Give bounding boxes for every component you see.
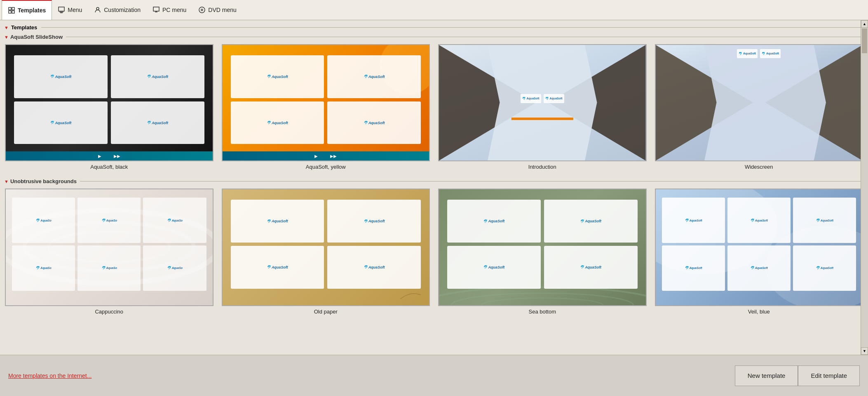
- svg-point-12: [201, 9, 203, 11]
- logo-box: AquaSo: [12, 245, 75, 291]
- logo-box: AquaSoft: [793, 245, 856, 291]
- thumb-oldpaper: AquaSoft AquaSoft AquaSoft AquaSoft: [222, 189, 430, 306]
- template-item-introduction[interactable]: 🐬 AquaSoft 🐬 AquaSoft Introduction: [438, 44, 647, 170]
- template-item-cappuccino[interactable]: AquaSo AquaSo AquaSo AquaSo AquaSo AquaS…: [5, 189, 213, 314]
- logo-box: AquaSoft: [327, 246, 421, 289]
- logo-box: AquaSoft: [14, 55, 108, 98]
- tab-customization[interactable]: Customization: [88, 0, 147, 20]
- tab-pc-menu[interactable]: PC menu: [147, 0, 192, 20]
- group-header-aquasoft: ▼ AquaSoft SlideShow: [4, 34, 864, 40]
- logo-grid-seabottom: AquaSoft AquaSoft AquaSoft AquaSoft: [439, 191, 646, 297]
- logo-box: AquaSoft: [231, 55, 324, 98]
- thumb-seabottom: AquaSoft AquaSoft AquaSoft AquaSoft: [438, 189, 647, 306]
- group-aquasoft-slideshow: ▼ AquaSoft SlideShow AquaSoft AquaSoft A…: [4, 34, 864, 170]
- group-unobtrusive: ▼ Unobtrusive backgrounds Aq: [4, 178, 864, 314]
- scroll-down-arrow[interactable]: ▼: [861, 347, 868, 355]
- template-panel[interactable]: ▼ Templates ▼ AquaSoft SlideShow AquaSof…: [0, 20, 868, 355]
- svg-rect-3: [12, 11, 14, 13]
- svg-rect-4: [59, 7, 64, 11]
- player-bar-yellow: ▶ ▶▶: [223, 151, 429, 160]
- logo-grid-veilblue: AquaSoft AquaSoft AquaSoft AquaSoft Aqua…: [656, 191, 863, 297]
- logo-grid-yellow: AquaSoft AquaSoft AquaSoft AquaSoft: [223, 47, 429, 152]
- template-label-black: AquaSoft, black: [90, 164, 128, 170]
- template-grid-2: AquaSo AquaSo AquaSo AquaSo AquaSo AquaS…: [4, 189, 864, 314]
- group-line-2: [80, 181, 864, 182]
- template-item-veilblue[interactable]: AquaSoft AquaSoft AquaSoft AquaSoft Aqua…: [655, 189, 863, 314]
- tab-menu[interactable]: Menu: [52, 0, 88, 20]
- thumb-introduction: 🐬 AquaSoft 🐬 AquaSoft: [438, 44, 647, 161]
- logo-box: AquaSoft: [231, 246, 324, 289]
- svg-point-11: [199, 7, 205, 13]
- logo-box: AquaSoft: [327, 55, 421, 98]
- orange-bar: [511, 118, 573, 120]
- logo-box: AquaSoft: [793, 198, 856, 243]
- monitor-icon: [152, 6, 160, 14]
- template-item-seabottom[interactable]: AquaSoft AquaSoft AquaSoft AquaSoft Sea …: [438, 189, 647, 314]
- svg-marker-18: [704, 45, 826, 160]
- tab-templates[interactable]: Templates: [2, 0, 52, 20]
- thumb-widescreen: 🐬 AquaSoft 🐬 AquaSoft: [655, 44, 863, 161]
- root-label: Templates: [11, 24, 37, 31]
- group-arrow-2: ▼: [4, 179, 9, 184]
- thumb-aquasoft-yellow: AquaSoft AquaSoft AquaSoft AquaSoft ▶ ▶▶: [222, 44, 430, 161]
- template-label-introduction: Introduction: [528, 164, 556, 170]
- logo-grid-oldpaper: AquaSoft AquaSoft AquaSoft AquaSoft: [223, 191, 429, 297]
- logo-grid-cappuccino: AquaSo AquaSo AquaSo AquaSo AquaSo AquaS…: [6, 191, 213, 297]
- logo-box: AquaSoft: [447, 200, 541, 243]
- template-label-widescreen: Widescreen: [745, 164, 773, 170]
- template-item-widescreen[interactable]: 🐬 AquaSoft 🐬 AquaSoft Widescreen: [655, 44, 863, 170]
- svg-rect-1: [12, 7, 14, 10]
- logo-box: AquaSoft: [14, 101, 108, 144]
- logo-box: AquaSo: [143, 245, 206, 291]
- logo-box: AquaSoft: [662, 198, 725, 243]
- svg-rect-0: [9, 7, 11, 10]
- scroll-thumb[interactable]: [862, 28, 867, 53]
- logo-box: AquaSoft: [111, 55, 204, 98]
- group-line-1: [66, 37, 864, 37]
- scroll-up-arrow[interactable]: ▲: [861, 20, 868, 28]
- person-icon: [94, 6, 101, 14]
- group-arrow-1: ▼: [4, 35, 9, 40]
- logo-box: AquaSoft: [327, 200, 421, 243]
- logo-box: AquaSoft: [727, 245, 791, 291]
- grid-icon: [8, 7, 15, 14]
- svg-rect-8: [153, 7, 159, 11]
- bottom-bar: More templates on the Internet... New te…: [0, 355, 868, 396]
- edit-template-button[interactable]: Edit template: [798, 365, 860, 386]
- logo-box: AquaSo: [77, 198, 141, 243]
- scrollbar-vertical[interactable]: ▲ ▼: [861, 20, 868, 355]
- more-templates-link[interactable]: More templates on the Internet...: [8, 372, 91, 379]
- widescreen-svg: [656, 45, 863, 160]
- group-label-1: AquaSoft SlideShow: [10, 34, 63, 40]
- template-label-veilblue: Veil, blue: [748, 309, 770, 315]
- logo-box: AquaSoft: [231, 200, 324, 243]
- menu-icon: [58, 6, 65, 14]
- logo-box: AquaSoft: [327, 101, 421, 144]
- root-line: [41, 27, 864, 28]
- logo-box: AquaSoft: [111, 101, 204, 144]
- group-label-2: Unobtrusive backgrounds: [10, 178, 77, 184]
- template-item-aquasoft-black[interactable]: AquaSoft AquaSoft AquaSoft AquaSoft ▶ ▶▶…: [5, 44, 213, 170]
- disc-icon: [198, 6, 206, 14]
- logo-box: AquaSoft: [727, 198, 791, 243]
- thumb-cappuccino: AquaSo AquaSo AquaSo AquaSo AquaSo AquaS…: [5, 189, 213, 306]
- logo-box: AquaSo: [77, 245, 141, 291]
- tab-dvd-menu-label: DVD menu: [208, 7, 236, 13]
- main-content: ▼ Templates ▼ AquaSoft SlideShow AquaSof…: [0, 20, 868, 355]
- new-template-button[interactable]: New template: [735, 365, 798, 386]
- tab-customization-label: Customization: [104, 7, 141, 13]
- svg-point-24: [481, 298, 603, 305]
- template-label-yellow: AquaSoft, yellow: [306, 164, 346, 170]
- player-bar-black: ▶ ▶▶: [6, 151, 213, 160]
- tab-pc-menu-label: PC menu: [162, 7, 186, 13]
- bottom-buttons: New template Edit template: [735, 365, 860, 386]
- logo-box: AquaSo: [12, 198, 75, 243]
- logo-box: AquaSoft: [447, 246, 541, 289]
- tab-dvd-menu[interactable]: DVD menu: [192, 0, 242, 20]
- template-item-oldpaper[interactable]: AquaSoft AquaSoft AquaSoft AquaSoft Old …: [222, 189, 430, 314]
- template-item-aquasoft-yellow[interactable]: AquaSoft AquaSoft AquaSoft AquaSoft ▶ ▶▶…: [222, 44, 430, 170]
- tab-menu-label: Menu: [68, 7, 82, 13]
- svg-point-7: [96, 7, 99, 10]
- thumb-aquasoft-black: AquaSoft AquaSoft AquaSoft AquaSoft ▶ ▶▶: [5, 44, 213, 161]
- logo-box: AquaSoft: [544, 246, 638, 289]
